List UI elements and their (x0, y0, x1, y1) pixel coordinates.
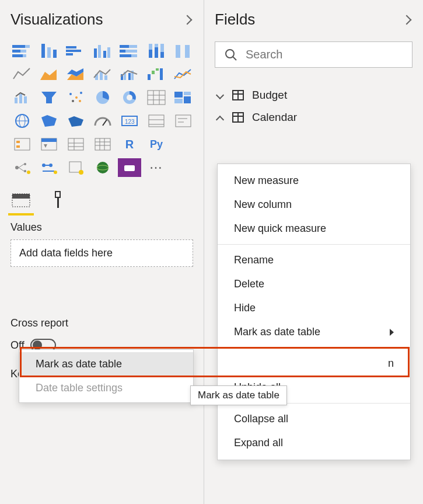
arcgis-map-icon[interactable] (64, 112, 88, 130)
chevron-up-icon (216, 113, 224, 121)
collapse-visualizations-icon[interactable] (183, 15, 193, 25)
table-calendar[interactable]: Calendar (215, 106, 412, 128)
svg-rect-107 (124, 165, 135, 171)
line-clustered-column-chart-icon[interactable] (118, 65, 141, 84)
search-input[interactable] (246, 48, 403, 61)
multi-row-card-icon[interactable] (145, 112, 168, 130)
r-script-visual-icon[interactable] (91, 135, 114, 154)
menu-hide[interactable]: Hide (218, 296, 410, 320)
stacked-area-chart-icon[interactable] (64, 65, 88, 84)
svg-line-94 (19, 168, 24, 171)
table-icon (232, 112, 244, 123)
scatter-chart-icon[interactable] (37, 88, 61, 107)
funnel-chart-icon[interactable] (11, 88, 34, 107)
svg-rect-103 (69, 162, 81, 172)
svg-marker-82 (44, 144, 47, 148)
map-icon[interactable] (172, 88, 195, 107)
shape-map-icon[interactable] (37, 112, 61, 130)
key-influencers-icon[interactable]: Py (145, 135, 168, 154)
svg-rect-79 (16, 145, 20, 148)
matrix-icon[interactable] (64, 135, 88, 154)
menu-collapse-all[interactable]: Collapse all (218, 407, 410, 431)
svg-line-93 (19, 164, 24, 168)
table-budget[interactable]: Budget (215, 84, 412, 106)
menu-new-measure[interactable]: New measure (218, 169, 410, 193)
svg-rect-83 (68, 138, 83, 150)
fields-title: Fields (215, 11, 255, 29)
donut-chart-icon[interactable] (118, 88, 141, 107)
power-apps-icon[interactable] (91, 158, 114, 177)
menu-separator (218, 347, 410, 348)
svg-line-113 (233, 57, 236, 60)
fields-search-box[interactable] (215, 41, 412, 68)
svg-rect-109 (12, 194, 30, 199)
menu-delete[interactable]: Delete (218, 272, 410, 296)
import-visual-icon[interactable] (172, 158, 195, 177)
svg-rect-41 (152, 71, 155, 74)
clustered-bar-chart-icon[interactable] (37, 41, 61, 60)
svg-rect-28 (176, 45, 180, 58)
line-stacked-column-chart-icon[interactable] (91, 65, 114, 84)
format-well-tab[interactable] (48, 190, 69, 211)
waterfall-chart-icon[interactable] (145, 65, 168, 84)
svg-rect-81 (41, 138, 57, 142)
python-visual-icon[interactable]: R (118, 135, 141, 154)
svg-rect-111 (57, 197, 59, 208)
svg-rect-62 (184, 92, 191, 95)
paginated-report-icon[interactable] (64, 158, 88, 177)
slicer-icon[interactable] (11, 135, 34, 154)
100-stacked-bar-chart-icon[interactable] (118, 41, 141, 60)
scatter-chart-2-icon[interactable] (172, 65, 195, 84)
stacked-column-chart-icon[interactable] (64, 41, 88, 60)
pie-chart-icon[interactable] (91, 88, 114, 107)
kpi-icon[interactable] (172, 112, 195, 130)
smart-narrative-icon[interactable] (37, 158, 61, 177)
menu-new-column[interactable]: New column (218, 193, 410, 217)
mark-as-date-table-submenu: Mark as date table Date table settings (19, 349, 194, 403)
more-visuals-icon[interactable]: ⋯ (145, 158, 168, 177)
card-icon[interactable]: 123 (118, 112, 141, 130)
svg-rect-78 (16, 141, 20, 143)
menu-new-quick-measure[interactable]: New quick measure (218, 217, 410, 241)
menu-rename[interactable]: Rename (218, 248, 410, 272)
table-icon[interactable] (37, 135, 61, 154)
svg-point-48 (69, 93, 72, 95)
svg-rect-4 (12, 54, 23, 57)
collapse-fields-icon[interactable] (402, 15, 412, 25)
100-stacked-column-chart-icon[interactable] (145, 41, 168, 60)
svg-rect-110 (55, 192, 60, 197)
svg-rect-23 (149, 50, 152, 58)
filled-map-icon[interactable] (11, 112, 34, 130)
svg-rect-45 (19, 94, 22, 103)
menu-expand-all[interactable]: Expand all (218, 431, 410, 455)
visualizations-panel: Visualizations (0, 0, 204, 504)
svg-rect-9 (66, 46, 76, 48)
treemap-icon[interactable] (145, 88, 168, 107)
values-label: Values (11, 221, 193, 234)
submenu-date-table-settings[interactable]: Date table settings (19, 376, 193, 400)
gauge-icon[interactable] (91, 112, 114, 130)
svg-rect-27 (160, 52, 164, 58)
power-automate-icon[interactable] (118, 158, 141, 177)
decomposition-tree-icon[interactable] (172, 135, 195, 154)
bubble-chart-icon[interactable] (64, 88, 88, 107)
stacked-bar-chart-icon[interactable] (11, 41, 34, 60)
svg-rect-25 (155, 47, 158, 58)
menu-item-obscured[interactable]: n (218, 352, 410, 376)
menu-mark-as-date-table[interactable]: Mark as date table (218, 320, 410, 344)
qna-visual-icon[interactable] (11, 158, 34, 177)
line-chart-icon[interactable] (11, 65, 34, 84)
svg-point-49 (75, 96, 78, 99)
values-drop-well[interactable]: Add data fields here (11, 239, 193, 267)
svg-rect-43 (160, 68, 163, 80)
svg-point-98 (42, 164, 46, 167)
clustered-column-chart-icon[interactable] (91, 41, 114, 60)
area-chart-icon[interactable] (37, 65, 61, 84)
submenu-mark-as-date-table[interactable]: Mark as date table (19, 352, 193, 376)
ribbon-chart-icon[interactable] (172, 41, 195, 60)
fields-well-tab[interactable] (11, 190, 32, 211)
svg-rect-29 (185, 45, 190, 58)
svg-text:123: 123 (125, 119, 135, 125)
svg-rect-12 (94, 48, 97, 58)
svg-rect-21 (120, 54, 131, 57)
